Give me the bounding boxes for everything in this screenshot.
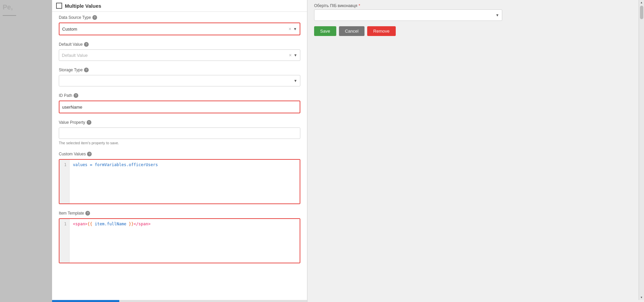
id-path-label: ID Path ? xyxy=(59,93,300,98)
modal-header: Multiple Values xyxy=(52,0,307,12)
custom-values-help-icon[interactable]: ? xyxy=(87,152,92,156)
data-source-type-help-icon[interactable]: ? xyxy=(92,15,97,20)
performer-arrow-icon[interactable]: ▼ xyxy=(496,13,499,17)
action-buttons: Save Cancel Remove xyxy=(314,26,637,36)
storage-type-arrow-icon[interactable]: ▼ xyxy=(294,79,297,83)
scrollbar-down-arrow[interactable]: ▼ xyxy=(640,296,643,299)
storage-type-select[interactable]: ▼ xyxy=(59,75,300,86)
value-property-input[interactable] xyxy=(59,127,300,139)
performer-select[interactable]: ▼ xyxy=(314,9,502,21)
item-template-tag-close: </span> xyxy=(134,222,151,226)
item-template-line-numbers: 1 xyxy=(59,219,70,263)
scrollbar-up-arrow[interactable]: ▲ xyxy=(640,0,643,5)
value-property-section: Value Property ? The selected item's pro… xyxy=(52,117,307,148)
right-scrollbar[interactable]: ▲ ▼ xyxy=(639,0,644,300)
data-source-type-arrow-icon[interactable]: ▼ xyxy=(293,27,297,31)
cancel-button[interactable]: Cancel xyxy=(339,26,364,36)
item-template-help-icon[interactable]: ? xyxy=(85,211,90,216)
id-path-help-icon[interactable]: ? xyxy=(74,93,78,98)
right-panel: Оберіть ПІБ виконавця * ▼ Save Cancel Re… xyxy=(307,0,644,302)
background-partial: Pe, xyxy=(0,0,52,14)
custom-values-variable: values = formVariables.officerUsers xyxy=(73,162,158,167)
default-value-clear-icon[interactable]: × xyxy=(289,52,292,58)
custom-values-section: Custom Values ? 1 values = formVariables… xyxy=(52,148,307,207)
item-template-template-open: {{ xyxy=(87,222,95,226)
default-value-select[interactable]: Default Value × ▼ xyxy=(59,49,300,61)
scrollbar-thumb[interactable] xyxy=(640,6,643,19)
data-source-type-select[interactable]: Custom × ▼ xyxy=(59,23,300,35)
data-source-type-clear-icon[interactable]: × xyxy=(289,26,291,32)
data-source-type-label: Data Source Type ? xyxy=(59,15,300,20)
id-path-wrapper xyxy=(59,101,300,113)
item-template-section: Item Template ? 1 <span>{{ item.fullName… xyxy=(52,207,307,267)
data-source-type-value: Custom xyxy=(62,27,289,32)
bottom-bar xyxy=(52,300,307,302)
custom-values-label: Custom Values ? xyxy=(59,152,300,156)
id-path-input[interactable] xyxy=(59,101,300,113)
storage-type-label: Storage Type ? xyxy=(59,68,300,72)
id-path-section: ID Path ? xyxy=(52,90,307,117)
item-template-template-close: }} xyxy=(126,222,134,226)
item-template-label: Item Template ? xyxy=(59,211,300,216)
custom-values-editor[interactable]: 1 values = formVariables.officerUsers xyxy=(59,160,300,203)
item-template-wrapper: 1 <span>{{ item.fullName }}</span> xyxy=(59,218,300,263)
value-property-help-icon[interactable]: ? xyxy=(87,120,91,125)
value-property-label: Value Property ? xyxy=(59,120,300,125)
performer-label: Оберіть ПІБ виконавця * xyxy=(314,3,637,8)
default-value-arrow-icon[interactable]: ▼ xyxy=(294,53,297,57)
default-value-help-icon[interactable]: ? xyxy=(84,42,89,47)
storage-type-section: Storage Type ? ▼ xyxy=(52,64,307,90)
data-source-type-wrapper: Custom × ▼ xyxy=(59,23,300,35)
required-marker: * xyxy=(359,3,360,8)
custom-values-line-numbers: 1 xyxy=(59,160,70,203)
data-source-type-section: Data Source Type ? Custom × ▼ xyxy=(52,12,307,39)
default-value-placeholder: Default Value xyxy=(62,53,289,58)
custom-values-code[interactable]: values = formVariables.officerUsers xyxy=(70,160,300,203)
item-template-content: item.fullName xyxy=(95,222,126,226)
default-value-section: Default Value ? Default Value × ▼ xyxy=(52,39,307,64)
remove-button[interactable]: Remove xyxy=(367,26,395,36)
bottom-progress-bar xyxy=(52,300,119,302)
custom-values-wrapper: 1 values = formVariables.officerUsers xyxy=(59,159,300,204)
item-template-code[interactable]: <span>{{ item.fullName }}</span> xyxy=(70,219,300,263)
item-template-tag-open: <span> xyxy=(73,222,87,226)
modal-title: Multiple Values xyxy=(65,3,101,9)
save-button[interactable]: Save xyxy=(314,26,336,36)
storage-type-help-icon[interactable]: ? xyxy=(84,68,89,72)
item-template-editor[interactable]: 1 <span>{{ item.fullName }}</span> xyxy=(59,219,300,263)
value-property-hint: The selected item's property to save. xyxy=(59,141,300,145)
multiple-values-checkbox[interactable] xyxy=(56,3,62,9)
default-value-label: Default Value ? xyxy=(59,42,300,47)
performer-section: Оберіть ПІБ виконавця * ▼ xyxy=(314,3,637,21)
modal-panel: Multiple Values Data Source Type ? Custo… xyxy=(52,0,307,302)
